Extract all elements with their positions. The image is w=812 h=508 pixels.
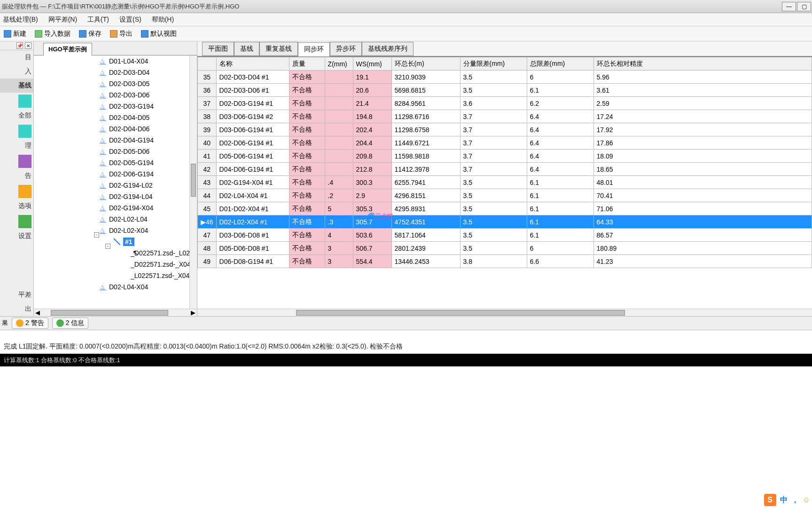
tree-node[interactable]: D02-D05-D06 [34, 146, 189, 157]
col-z[interactable]: Z(mm) [325, 57, 353, 71]
tab-syncloop[interactable]: 同步环 [298, 42, 330, 56]
table-row[interactable]: 36D02-D03-D06 #1不合格20.65698.68153.56.13.… [198, 84, 812, 97]
tree-node[interactable]: D02-D04-G194 [34, 135, 189, 146]
project-tree[interactable]: D01-L04-X04D02-D03-D04D02-D03-D05D02-D03… [34, 56, 197, 316]
info-pill[interactable]: 2 信息 [52, 318, 89, 329]
table-row[interactable]: 48D05-D06-D08 #1不合格3506.72801.24393.5618… [198, 242, 812, 255]
nav-item-report[interactable]: 告 [0, 169, 33, 183]
nav-item-adjust[interactable]: 平差 [0, 288, 33, 302]
info-icon [56, 319, 64, 327]
nav-icon-1 [18, 95, 31, 108]
col-quality[interactable]: 质量 [289, 57, 325, 71]
table-row[interactable]: 43D02-G194-X04 #1不合格.4300.36255.79413.56… [198, 176, 812, 189]
col-name[interactable]: 名称 [216, 57, 289, 71]
table-row[interactable]: 37D02-D03-G194 #1不合格21.48284.95613.66.22… [198, 97, 812, 110]
tab-residual[interactable]: 基线残差序列 [362, 42, 414, 56]
menu-baseline[interactable]: 基线处理(B) [3, 16, 38, 24]
save-button[interactable]: 保存 [77, 29, 103, 39]
tab-asyncloop[interactable]: 异步环 [330, 42, 362, 56]
nav-item-import[interactable]: 入 [0, 64, 33, 79]
table-row[interactable]: 47D03-D06-D08 #1不合格4503.65817.10643.56.1… [198, 229, 812, 242]
tree-node[interactable]: D02-D06-G194 [34, 168, 189, 180]
grid-hscrollbar[interactable] [197, 309, 812, 316]
table-row[interactable]: 44D02-L04-X04 #1不合格.22.94296.81513.56.17… [198, 189, 812, 202]
table-row[interactable]: 39D03-D06-G194 #1不合格202.411298.67583.76.… [198, 123, 812, 136]
nav-item-all[interactable]: 全部 [0, 109, 33, 123]
nav-item-baseline[interactable]: 基线 [0, 79, 33, 93]
tree-node[interactable]: D02-D03-G194 [34, 101, 189, 112]
tree-hscrollbar[interactable]: ◀▶ [34, 309, 197, 316]
tree-expander-child[interactable]: - [105, 244, 110, 249]
nav-item-export[interactable]: 出 [0, 302, 33, 316]
default-view-button[interactable]: 默认视图 [139, 29, 179, 39]
tree-node[interactable]: D02-D05-G194 [34, 157, 189, 168]
table-row[interactable]: ▶46D02-L02-X04 #1不合格.3305.74752.43513.56… [198, 215, 812, 229]
tree-node[interactable]: D02-D03-D05 [34, 78, 189, 89]
import-button[interactable]: 导入数据 [33, 29, 72, 39]
col-tottol[interactable]: 总限差(mm) [527, 57, 593, 71]
export-button[interactable]: 导出 [108, 29, 134, 39]
data-grid[interactable]: 名称 质量 Z(mm) WS(mm) 环总长(m) 分量限差(mm) 总限差(m… [197, 56, 812, 316]
tab-plan[interactable]: 平面图 [202, 42, 234, 56]
new-button[interactable]: 新建 [2, 29, 28, 39]
ime-emoji-icon[interactable]: ☺ [803, 496, 810, 504]
maximize-button[interactable]: ▢ [797, 2, 811, 11]
table-row[interactable]: 40D02-D06-G194 #1不合格204.411449.67213.76.… [198, 136, 812, 150]
triangle-icon [100, 159, 106, 166]
col-comptol[interactable]: 分量限差(mm) [460, 57, 527, 71]
pin-icon[interactable]: 📌 [16, 42, 23, 49]
tree-leaf[interactable]: _D022571.zsd-_L022571.z [34, 247, 189, 259]
tree-node[interactable]: D02-L02-L04 [34, 214, 189, 225]
tree-node[interactable]: D02-L02-X04 [34, 225, 189, 236]
sogou-icon[interactable]: S [764, 494, 776, 506]
table-row[interactable]: 49D06-D08-G194 #1不合格3554.413446.24533.86… [198, 255, 812, 268]
triangle-icon [100, 148, 106, 155]
ime-punct[interactable]: ， [791, 495, 799, 505]
tree-vscrollbar[interactable] [189, 56, 197, 309]
save-icon [79, 30, 86, 38]
tab-baseline[interactable]: 基线 [234, 42, 259, 56]
triangle-icon [100, 227, 106, 234]
tab-repeat[interactable]: 重复基线 [259, 42, 298, 56]
tree-node[interactable]: D01-L04-X04 [34, 56, 189, 67]
table-row[interactable]: 35D02-D03-D04 #1不合格19.13210.90393.565.96 [198, 71, 812, 84]
menu-settings[interactable]: 设置(S) [119, 16, 141, 24]
table-row[interactable]: 45D01-D02-X04 #1不合格5305.34295.89313.56.1… [198, 202, 812, 215]
tree-node[interactable]: D02-G194-L04 [34, 191, 189, 202]
warn-pill[interactable]: 2 警告 [12, 318, 48, 329]
table-row[interactable]: 42D04-D06-G194 #1不合格212.811412.39783.76.… [198, 163, 812, 176]
col-ws[interactable]: WS(mm) [353, 57, 391, 71]
nav-item-config[interactable]: 设置 [0, 229, 33, 243]
nav-item-process[interactable]: 理 [0, 139, 33, 153]
tree-expander[interactable]: - [94, 232, 99, 238]
menu-help[interactable]: 帮助(H) [152, 16, 174, 24]
status-result: 果 [2, 319, 8, 327]
minimize-button[interactable]: — [782, 2, 796, 11]
line-icon [114, 238, 120, 245]
tree-node[interactable]: D02-G194-X04 [34, 202, 189, 214]
tree-node-selected[interactable]: #1 [34, 236, 189, 247]
tree-leaf[interactable]: _L022571.zsd-_X042571.z [34, 270, 189, 281]
close-icon[interactable]: ✕ [25, 42, 31, 49]
tree-node[interactable]: D02-L04-X04 [34, 281, 189, 293]
triangle-icon [100, 92, 106, 98]
tree-node[interactable]: D02-D03-D04 [34, 67, 189, 78]
tree-leaf[interactable]: _D022571.zsd-_X042571.z [34, 259, 189, 270]
col-rownum[interactable] [198, 57, 217, 71]
nav-item-project[interactable]: 目 [0, 50, 33, 64]
project-tab[interactable]: HGO平差示例 [43, 43, 92, 56]
nav-item-options[interactable]: 选项 [0, 199, 33, 213]
table-row[interactable]: 41D05-D06-G194 #1不合格209.811598.98183.76.… [198, 150, 812, 163]
tree-node[interactable]: D02-G194-L02 [34, 180, 189, 191]
col-looplen[interactable]: 环总长(m) [391, 57, 460, 71]
tree-node[interactable]: D02-D03-D06 [34, 89, 189, 101]
menu-tools[interactable]: 工具(T) [87, 16, 109, 24]
triangle-icon [100, 193, 106, 200]
col-relprec[interactable]: 环总长相对精度 [593, 57, 812, 71]
table-row[interactable]: 38D03-D06-G194 #2不合格194.811298.67163.76.… [198, 110, 812, 123]
tree-node[interactable]: D02-D04-D06 [34, 123, 189, 135]
data-panel: 平面图 基线 重复基线 同步环 异步环 基线残差序列 名称 质量 Z(mm) W… [197, 41, 812, 316]
tree-node[interactable]: D02-D04-D05 [34, 112, 189, 123]
menu-netadjust[interactable]: 网平差(N) [48, 16, 77, 24]
ime-lang[interactable]: 中 [780, 495, 788, 505]
